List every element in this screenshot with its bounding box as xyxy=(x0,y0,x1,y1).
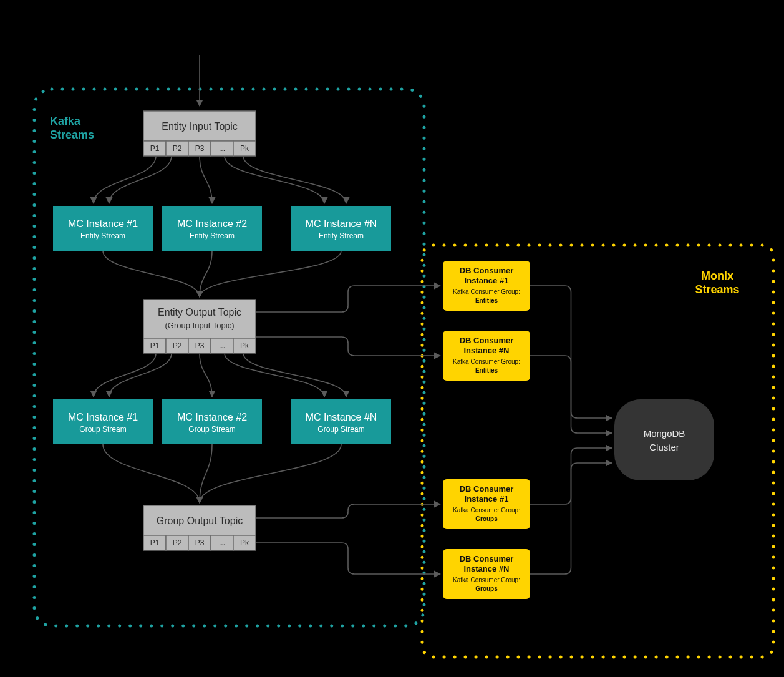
mc-sub: Entity Stream xyxy=(80,231,125,240)
connector xyxy=(103,251,200,297)
connector xyxy=(243,353,346,397)
partition-label: Pk xyxy=(240,341,249,350)
partition-label: P2 xyxy=(173,341,182,350)
partition-label: P2 xyxy=(173,538,182,547)
db-sub: Kafka Consumer Group: xyxy=(453,288,520,295)
connector xyxy=(94,353,156,397)
mc-sub: Group Stream xyxy=(317,425,364,434)
mc-title: MC Instance #1 xyxy=(68,412,138,422)
topic-groupOutput-title: Group Output Topic xyxy=(157,515,243,526)
db-title2: Instance #N xyxy=(464,564,510,573)
db-title2: Instance #1 xyxy=(465,494,509,504)
connector xyxy=(530,356,612,433)
db-group: Groups xyxy=(475,515,498,522)
db-group: Groups xyxy=(475,585,498,592)
db-group: Entities xyxy=(475,297,498,304)
connector xyxy=(200,444,212,503)
connector xyxy=(530,463,612,574)
connector xyxy=(109,353,172,397)
db-sub: Kafka Consumer Group: xyxy=(453,577,520,583)
connector xyxy=(256,286,440,312)
connector xyxy=(225,353,324,397)
connector xyxy=(200,251,341,297)
partition-label: ... xyxy=(219,341,225,350)
connector xyxy=(256,504,440,518)
partition-label: P3 xyxy=(195,538,205,547)
mc-mcRowB-1: MC Instance #2Group Stream xyxy=(162,399,262,444)
mc-sub: Entity Stream xyxy=(190,231,235,240)
db-group: Entities xyxy=(475,367,498,374)
partition-label: ... xyxy=(219,538,225,547)
topic-entityInput-title: Entity Input Topic xyxy=(162,121,238,132)
connector xyxy=(256,543,440,574)
kafka-label-2: Streams xyxy=(50,129,94,141)
connector xyxy=(225,156,324,203)
connector xyxy=(200,444,341,503)
partition-label: P1 xyxy=(150,538,160,547)
mc-mcRowB-2: MC Instance #NGroup Stream xyxy=(291,399,391,444)
mongo-l2: Cluster xyxy=(649,442,679,452)
partition-label: P2 xyxy=(173,144,182,153)
connector xyxy=(200,353,212,397)
db-title1: DB Consumer xyxy=(460,554,514,563)
mc-sub: Group Stream xyxy=(188,425,235,434)
db-title2: Instance #N xyxy=(464,346,510,355)
monix-label-1: Monix xyxy=(701,270,733,282)
mc-mcRowA-2: MC Instance #NEntity Stream xyxy=(291,206,391,251)
db-title2: Instance #1 xyxy=(465,276,509,285)
mc-title: MC Instance #N xyxy=(306,218,377,229)
mc-mcRowA-1: MC Instance #2Entity Stream xyxy=(162,206,262,251)
partition-label: P3 xyxy=(195,341,205,350)
partition-label: P1 xyxy=(150,144,160,153)
partition-label: Pk xyxy=(240,144,249,153)
db-title1: DB Consumer xyxy=(460,336,514,345)
connector xyxy=(109,156,172,203)
partition-label: P1 xyxy=(150,341,160,350)
mc-title: MC Instance #2 xyxy=(177,412,247,422)
partition-label: ... xyxy=(219,144,225,153)
svg-rect-1 xyxy=(143,300,256,338)
db-consumer-2: DB ConsumerInstance #1Kafka Consumer Gro… xyxy=(443,479,530,529)
partition-label: Pk xyxy=(240,538,249,547)
db-consumer-1: DB ConsumerInstance #NKafka Consumer Gro… xyxy=(443,331,530,381)
mc-sub: Entity Stream xyxy=(319,231,364,240)
mongodb-cluster xyxy=(614,399,714,480)
topic-entityOutput-title: Entity Output Topic xyxy=(158,307,241,318)
db-sub: Kafka Consumer Group: xyxy=(453,358,520,365)
db-title1: DB Consumer xyxy=(460,484,514,494)
connector xyxy=(256,337,440,356)
connector xyxy=(200,251,212,297)
mc-mcRowA-0: MC Instance #1Entity Stream xyxy=(53,206,153,251)
kafka-label-1: Kafka xyxy=(50,115,81,127)
connector xyxy=(103,444,200,503)
mc-title: MC Instance #1 xyxy=(68,218,138,229)
connector xyxy=(243,156,346,203)
db-sub: Kafka Consumer Group: xyxy=(453,507,520,514)
topic-entityOutput-subtitle: (Group Input Topic) xyxy=(165,321,234,330)
topic-entityOutput: Entity Output Topic(Group Input Topic)P1… xyxy=(143,300,256,353)
db-title1: DB Consumer xyxy=(460,266,514,275)
mc-title: MC Instance #N xyxy=(306,412,377,422)
monix-label-2: Streams xyxy=(695,283,739,296)
mongo-l1: MongoDB xyxy=(644,428,685,439)
mc-sub: Group Stream xyxy=(79,425,126,434)
db-consumer-0: DB ConsumerInstance #1Kafka Consumer Gro… xyxy=(443,261,530,311)
partition-label: P3 xyxy=(195,144,205,153)
connector xyxy=(200,156,212,203)
connector xyxy=(94,156,156,203)
db-consumer-3: DB ConsumerInstance #NKafka Consumer Gro… xyxy=(443,549,530,599)
mc-mcRowB-0: MC Instance #1Group Stream xyxy=(53,399,153,444)
topic-entityInput: Entity Input TopicP1P2P3...Pk xyxy=(143,111,256,156)
mc-title: MC Instance #2 xyxy=(177,218,247,229)
topic-groupOutput: Group Output TopicP1P2P3...Pk xyxy=(143,505,256,550)
